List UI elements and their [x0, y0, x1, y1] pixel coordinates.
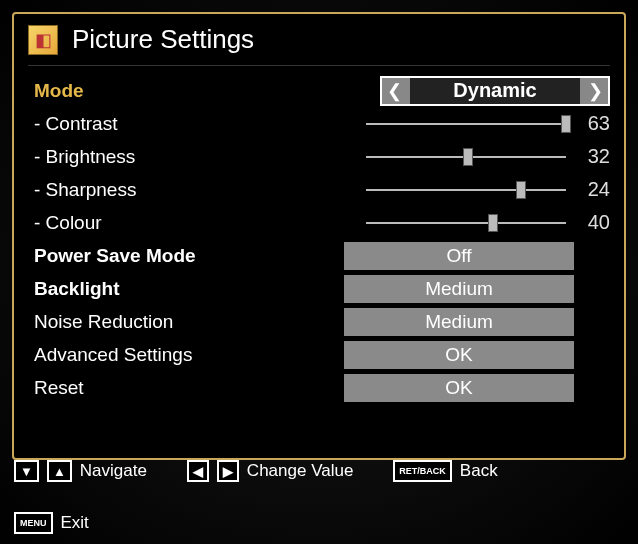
hint-navigate-label: Navigate — [80, 461, 147, 481]
panel-title-row: ◧ Picture Settings — [28, 22, 610, 66]
row-noise-reduction[interactable]: Noise Reduction Medium — [28, 305, 610, 338]
arrow-left-icon[interactable]: ❮ — [382, 78, 410, 104]
left-key-icon: ◀ — [187, 460, 209, 482]
right-key-icon: ▶ — [217, 460, 239, 482]
arrow-right-icon[interactable]: ❯ — [580, 78, 608, 104]
row-sharpness[interactable]: - Sharpness 24 — [28, 173, 610, 206]
footer-hints: ▼▲ Navigate ◀▶ Change Value RET/BACK Bac… — [14, 460, 624, 534]
row-power-save[interactable]: Power Save Mode Off — [28, 239, 610, 272]
hint-change-label: Change Value — [247, 461, 354, 481]
row-backlight[interactable]: Backlight Medium — [28, 272, 610, 305]
panel-title: Picture Settings — [72, 24, 254, 55]
label-advanced-settings: Advanced Settings — [28, 344, 328, 366]
row-mode[interactable]: Mode ❮ Dynamic ❯ — [28, 74, 610, 107]
hint-back-label: Back — [460, 461, 498, 481]
value-power-save[interactable]: Off — [344, 242, 574, 270]
value-contrast: 63 — [576, 112, 610, 135]
row-colour[interactable]: - Colour 40 — [28, 206, 610, 239]
label-noise-reduction: Noise Reduction — [28, 311, 328, 333]
label-contrast: - Contrast — [28, 113, 328, 135]
value-colour: 40 — [576, 211, 610, 234]
slider-thumb[interactable] — [488, 214, 498, 232]
hint-back: RET/BACK Back — [393, 460, 497, 482]
down-key-icon: ▼ — [14, 460, 39, 482]
label-colour: - Colour — [28, 212, 328, 234]
mode-value: Dynamic — [410, 79, 580, 102]
value-backlight[interactable]: Medium — [344, 275, 574, 303]
slider-brightness[interactable] — [366, 150, 566, 164]
label-mode: Mode — [28, 80, 328, 102]
row-advanced-settings[interactable]: Advanced Settings OK — [28, 338, 610, 371]
row-reset[interactable]: Reset OK — [28, 371, 610, 404]
slider-thumb[interactable] — [463, 148, 473, 166]
label-sharpness: - Sharpness — [28, 179, 328, 201]
hint-exit: MENU Exit — [14, 512, 624, 534]
value-advanced-settings[interactable]: OK — [344, 341, 574, 369]
picture-icon: ◧ — [28, 25, 58, 55]
slider-thumb[interactable] — [561, 115, 571, 133]
mode-selector[interactable]: ❮ Dynamic ❯ — [380, 76, 610, 106]
value-brightness: 32 — [576, 145, 610, 168]
value-reset[interactable]: OK — [344, 374, 574, 402]
menu-key-icon: MENU — [14, 512, 53, 534]
hint-navigate: ▼▲ Navigate — [14, 460, 147, 482]
row-brightness[interactable]: - Brightness 32 — [28, 140, 610, 173]
label-backlight: Backlight — [28, 278, 328, 300]
label-brightness: - Brightness — [28, 146, 328, 168]
slider-sharpness[interactable] — [366, 183, 566, 197]
slider-colour[interactable] — [366, 216, 566, 230]
picture-settings-panel: ◧ Picture Settings Mode ❮ Dynamic ❯ - Co… — [12, 12, 626, 460]
retback-key-icon: RET/BACK — [393, 460, 452, 482]
label-power-save: Power Save Mode — [28, 245, 328, 267]
value-sharpness: 24 — [576, 178, 610, 201]
hint-change-value: ◀▶ Change Value — [187, 460, 354, 482]
slider-contrast[interactable] — [366, 117, 566, 131]
up-key-icon: ▲ — [47, 460, 72, 482]
hint-exit-label: Exit — [61, 513, 89, 533]
label-reset: Reset — [28, 377, 328, 399]
slider-thumb[interactable] — [516, 181, 526, 199]
value-noise-reduction[interactable]: Medium — [344, 308, 574, 336]
row-contrast[interactable]: - Contrast 63 — [28, 107, 610, 140]
